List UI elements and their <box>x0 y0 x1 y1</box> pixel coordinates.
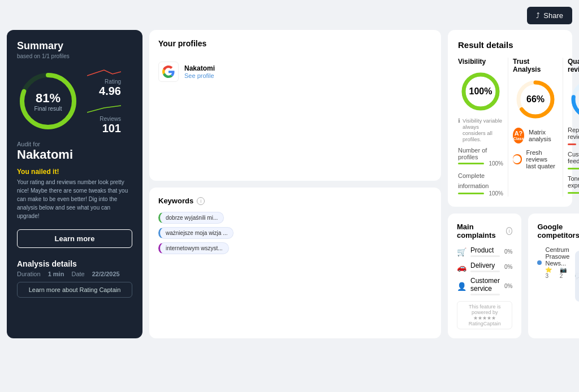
google-logo <box>158 62 179 82</box>
complaints-info-icon[interactable]: i <box>506 227 513 235</box>
matrix-analysis-item: A? Class Matrix analysis <box>513 128 558 143</box>
competitor-item-0: Centrum Prasowe News... ⭐ 3 📷 2 <box>537 246 569 279</box>
share-button[interactable]: ⤴ Share <box>527 7 572 24</box>
replying-item: Replying to reviews 32% <box>568 127 579 147</box>
keywords-info-icon[interactable]: i <box>197 197 205 205</box>
product-icon: 🛒 <box>457 247 466 256</box>
nailed-it: You nailed it! <box>17 168 132 176</box>
tone-item: Tone of expression 99% <box>568 175 579 196</box>
quality-label: Quality of reviews <box>568 58 579 73</box>
analysis-title: Analysis details <box>17 259 132 268</box>
powered-by: This feature is powered by ★★★★★ RatingC… <box>457 301 512 329</box>
visibility-donut: 100% <box>458 69 503 114</box>
delivery-icon: 🚗 <box>457 263 466 272</box>
visibility-label: Visibility <box>458 58 503 66</box>
right-panel: Your profiles Nakatomi See profile <box>149 30 441 338</box>
score-circle: 81% Final result <box>17 70 79 132</box>
competitors-list: Centrum Prasowe News... ⭐ 3 📷 2 <box>537 246 569 302</box>
quality-donut: 77% <box>568 77 579 122</box>
trust-value: 66% <box>526 94 545 104</box>
competitors-chart: Reviews Rating <box>575 246 579 302</box>
profile-info: Nakatomi See profile <box>184 64 215 79</box>
matrix-label: Matrix analysis <box>529 129 558 142</box>
result-details-title: Result details <box>458 40 562 50</box>
analysis-details: Analysis details Duration 1 min Date 22/… <box>17 259 132 298</box>
complaints-list: 🛒 Product 0% 🚗 Delivery 0% � <box>457 246 512 295</box>
competitor-photos: 📷 2 <box>560 267 569 279</box>
learn-rating-captain-button[interactable]: Learn more about Rating Captain <box>17 282 132 298</box>
fresh-toggle[interactable] <box>513 154 522 164</box>
ci-pct: 100% <box>487 190 503 197</box>
fresh-label: Fresh reviews last quater <box>526 149 558 169</box>
company-name: Nakatomi <box>17 147 132 162</box>
reviews-value: 101 <box>87 122 121 135</box>
profile-link[interactable]: See profile <box>184 72 215 79</box>
duration-label: Duration 1 min <box>17 271 66 277</box>
score-percent: 81% <box>34 91 62 106</box>
profile-item: Nakatomi See profile <box>158 62 432 82</box>
delivery-pct: 0% <box>504 264 512 270</box>
profiles-panel: Your profiles Nakatomi See profile <box>149 30 441 181</box>
service-pct: 0% <box>504 283 512 289</box>
np-pct: 100% <box>487 160 503 167</box>
share-icon: ⤴ <box>536 11 540 20</box>
service-icon: 👤 <box>457 282 466 291</box>
trust-label: Trust Analysis <box>513 58 558 73</box>
ci-label: Complete information <box>458 172 489 189</box>
date-label: Date 22/2/2025 <box>71 271 119 277</box>
visibility-value: 100% <box>469 86 492 97</box>
competitors-title: Google competitors <box>537 223 579 239</box>
keyword-tag-0[interactable]: dobrze wyjaśnili mi... <box>158 212 224 224</box>
product-pct: 0% <box>504 249 512 255</box>
complaint-product: 🛒 Product 0% <box>457 246 512 257</box>
nailed-desc: Your rating and reviews number look pret… <box>17 178 132 220</box>
competitor-dot <box>537 260 542 265</box>
competitors-panel: Google competitors i Centrum Prasowe New… <box>528 214 579 338</box>
fresh-reviews-item: Fresh reviews last quater <box>513 149 558 169</box>
keywords-title: Keywords <box>158 197 193 205</box>
rating-label: Rating <box>87 79 121 85</box>
keywords-panel: Keywords i dobrze wyjaśnili mi... ważnie… <box>149 188 441 338</box>
summary-title: Summary <box>17 40 132 52</box>
competitor-name: Centrum Prasowe News... <box>545 246 569 267</box>
score-label: Final result <box>34 106 62 112</box>
rating-value: 4.96 <box>87 85 121 98</box>
profiles-title: Your profiles <box>158 39 432 48</box>
profiles-list: Nakatomi See profile <box>158 56 432 82</box>
complaint-service: 👤 Customer service 0% <box>457 277 512 295</box>
audit-for: Audit for <box>17 141 132 147</box>
complaints-panel: Main complaints i 🛒 Product 0% 🚗 Deliver… <box>448 214 521 338</box>
left-panel: Summary based on 1/1 profiles 81% Final … <box>7 30 142 338</box>
matrix-badge: A? Class <box>513 128 524 143</box>
learn-more-button[interactable]: Learn more <box>17 229 132 248</box>
bottom-row: Main complaints i 🛒 Product 0% 🚗 Deliver… <box>448 214 572 338</box>
complaint-delivery: 🚗 Delivery 0% <box>457 262 512 272</box>
keyword-tag-2[interactable]: internetowym wszyst... <box>158 242 229 254</box>
result-details-panel: Result details Visibility 100% ℹVisibili… <box>448 30 572 207</box>
profile-name: Nakatomi <box>184 64 215 72</box>
np-label: Number of profiles <box>458 147 503 160</box>
reviews-label: Reviews <box>87 116 121 122</box>
based-on: based on 1/1 profiles <box>17 53 132 59</box>
complaints-title: Main complaints <box>457 223 503 239</box>
keyword-tag-1[interactable]: ważniejsze moja wizja ... <box>158 227 234 239</box>
competitor-reviews: ⭐ 3 <box>545 267 555 279</box>
feedback-item: Customer feedback 99% <box>568 151 579 172</box>
visibility-note: ℹVisibility variable always considers al… <box>458 117 503 142</box>
keywords-list: dobrze wyjaśnili mi... ważniejsze moja w… <box>158 212 432 258</box>
trust-donut: 66% <box>513 77 558 122</box>
